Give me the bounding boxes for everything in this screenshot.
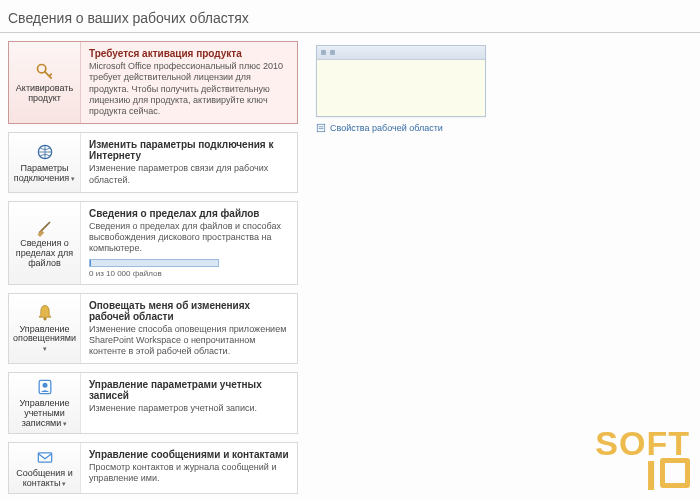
account-icon bbox=[35, 377, 55, 397]
connection-settings-button[interactable]: Параметры подключения bbox=[9, 133, 81, 192]
card-activate-product: Активировать продукт Требуется активация… bbox=[8, 41, 298, 124]
progress-bar bbox=[89, 259, 219, 267]
page-title: Сведения о ваших рабочих областях bbox=[0, 0, 700, 33]
window-control-icon bbox=[330, 50, 335, 55]
card-messages-contacts: Сообщения и контакты Управление сообщени… bbox=[8, 442, 298, 494]
manage-accounts-button[interactable]: Управление учетными записями bbox=[9, 373, 81, 433]
button-label: Параметры подключения bbox=[11, 164, 78, 184]
key-icon bbox=[35, 62, 55, 82]
svg-rect-5 bbox=[38, 453, 51, 462]
file-limits-button[interactable]: Сведения о пределах для файлов bbox=[9, 202, 81, 284]
window-control-icon bbox=[321, 50, 326, 55]
broom-icon bbox=[35, 217, 55, 237]
svg-point-4 bbox=[42, 383, 47, 388]
card-title: Управление сообщениями и контактами bbox=[89, 449, 289, 460]
watermark-line1: SOFT bbox=[595, 429, 690, 458]
link-label: Свойства рабочей области bbox=[330, 123, 443, 133]
card-desc: Изменение параметров учетной записи. bbox=[89, 403, 289, 414]
file-limit-progress: 0 из 10 000 файлов bbox=[89, 259, 289, 278]
bell-icon bbox=[35, 303, 55, 323]
button-label: Управление оповещениями bbox=[11, 325, 78, 355]
card-desc: Microsoft Office профессиональный плюс 2… bbox=[89, 61, 289, 117]
card-desc: Сведения о пределах для файлов и способа… bbox=[89, 221, 289, 255]
messages-contacts-button[interactable]: Сообщения и контакты bbox=[9, 443, 81, 493]
card-desc: Просмотр контактов и журнала сообщений и… bbox=[89, 462, 289, 485]
settings-list: Активировать продукт Требуется активация… bbox=[8, 41, 298, 500]
button-label: Сведения о пределах для файлов bbox=[11, 239, 78, 269]
envelope-icon bbox=[35, 447, 55, 467]
properties-icon bbox=[316, 123, 326, 133]
preview-body bbox=[317, 60, 485, 116]
activate-product-button[interactable]: Активировать продукт bbox=[9, 42, 81, 123]
card-title: Изменить параметры подключения к Интерне… bbox=[89, 139, 289, 161]
button-label: Сообщения и контакты bbox=[11, 469, 78, 489]
card-manage-accounts: Управление учетными записями Управление … bbox=[8, 372, 298, 434]
button-label: Активировать продукт bbox=[11, 84, 78, 104]
card-file-limits: Сведения о пределах для файлов Сведения … bbox=[8, 201, 298, 285]
button-label: Управление учетными записями bbox=[11, 399, 78, 429]
card-desc: Изменение способа оповещения приложением… bbox=[89, 324, 289, 358]
svg-point-2 bbox=[43, 317, 46, 320]
card-title: Сведения о пределах для файлов bbox=[89, 208, 289, 219]
globe-icon bbox=[35, 142, 55, 162]
card-title: Оповещать меня об изменениях рабочей обл… bbox=[89, 300, 289, 322]
progress-text: 0 из 10 000 файлов bbox=[89, 269, 289, 278]
preview-titlebar bbox=[317, 46, 485, 60]
svg-rect-6 bbox=[317, 124, 325, 132]
card-manage-alerts: Управление оповещениями Оповещать меня о… bbox=[8, 293, 298, 365]
card-title: Требуется активация продукта bbox=[89, 48, 289, 59]
card-connection-settings: Параметры подключения Изменить параметры… bbox=[8, 132, 298, 193]
workspace-properties-link[interactable]: Свойства рабочей области bbox=[316, 123, 692, 133]
manage-alerts-button[interactable]: Управление оповещениями bbox=[9, 294, 81, 364]
card-title: Управление параметрами учетных записей bbox=[89, 379, 289, 401]
watermark-line2: I bbox=[595, 458, 690, 494]
watermark: SOFT I bbox=[595, 429, 690, 494]
card-desc: Изменение параметров связи для рабочих о… bbox=[89, 163, 289, 186]
workspace-preview bbox=[316, 45, 486, 117]
